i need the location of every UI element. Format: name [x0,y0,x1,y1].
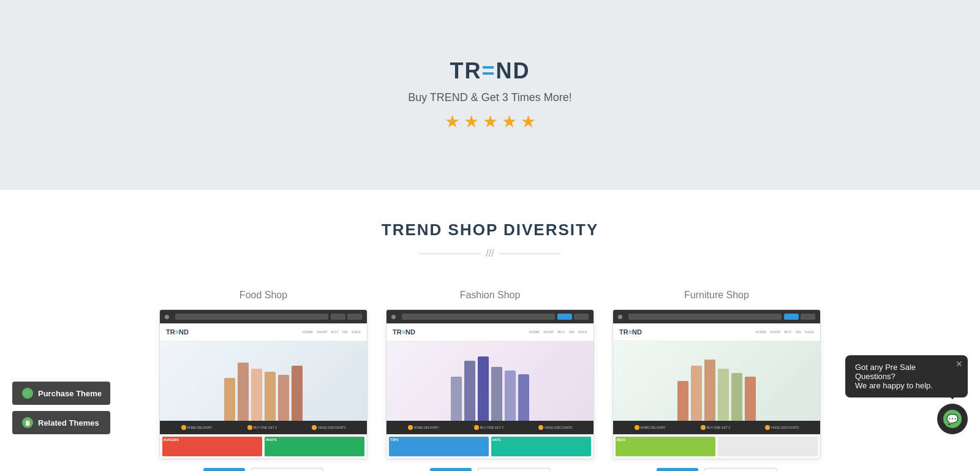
purchase-icon: 🛒 [22,388,33,399]
fashion-browser-bar [386,310,594,323]
browser-dot [618,315,622,319]
footer-icon [474,425,479,430]
footer-item: HOME DELIVERY [408,425,439,430]
food-preview-footer: HOME DELIVERY BUY ONE GET 2 HUGE DISCOUN… [160,421,367,434]
footer-icon [538,425,543,430]
person-figure [251,369,262,421]
product-thumb-chairs [718,437,818,456]
footer-item: BUY ONE GET 2 [247,425,277,430]
food-preview-button[interactable]: LIVE PREVIEW [251,468,324,471]
nav-item: BUY [784,330,791,334]
nav-item: HOME [755,330,766,334]
nav-item: SALE [805,330,814,334]
person-figure [505,371,516,421]
purchase-theme-button[interactable]: 🛒 Purchase Theme [12,382,110,405]
chat-message-line2: We are happy to help. [855,381,958,390]
furniture-preview-nav: HOME SHOP BUY ON SALE [755,330,814,334]
fashion-shop-col: Fashion Shop TR=ND HOME SHOP BUY [386,290,594,471]
star-1: ★ [445,111,460,132]
hero-section: TR=ND Buy TREND & Get 3 Times More! ★ ★ … [0,0,980,190]
fashion-preview-logo: TR=ND [393,328,415,336]
food-shop-buttons: DEMO LIVE PREVIEW [159,468,368,471]
related-icon: 📋 [22,417,33,428]
person-figure [491,367,502,421]
fashion-preview-footer: HOME DELIVERY BUY ONE GET 2 HUGE DISCOUN… [386,421,594,434]
nav-item: ON [796,330,801,334]
chat-close-button[interactable]: ✕ [956,359,963,369]
fashion-preview-header: TR=ND HOME SHOP BUY ON SALE [386,323,594,341]
footer-item: BUY ONE GET 2 [474,425,503,430]
browser-actions [557,314,589,320]
person-figure [518,374,529,421]
footer-text: BUY ONE GET 2 [480,426,503,429]
furniture-preview-header: TR=ND HOME SHOP BUY ON SALE [613,323,820,341]
nav-item: HOME [529,330,540,334]
fashion-products: TOPS HATS [386,434,594,459]
person-figure [224,378,235,421]
footer-item: BUY ONE GET 2 [701,425,730,430]
divider-icon: /// [481,248,499,259]
furniture-shop-buttons: DEMO LIVE PREVIEW [612,468,821,471]
furniture-preview-footer: HOME DELIVERY BUY ONE GET 2 HUGE DISCOUN… [613,421,820,434]
browser-dot [165,315,169,319]
furniture-preview-button[interactable]: LIVE PREVIEW [704,468,777,471]
logo-tr: TR [450,58,481,83]
food-silhouettes [221,341,306,421]
fashion-demo-button[interactable]: DEMO [430,468,472,471]
food-preview-logo: TR=ND [166,328,189,336]
person-figure [478,356,489,421]
chat-launcher-icon: 💬 [943,410,962,428]
furniture-shop-col: Furniture Shop TR=ND HOME SHOP BUY [612,290,821,471]
hero-tagline: Buy TREND & Get 3 Times More! [408,91,572,104]
section-title: TREND SHOP DIVERSITY [24,220,956,239]
star-3: ★ [483,111,498,132]
person-figure [238,363,249,421]
divider-line-right [499,254,560,254]
nav-item: SALE [578,330,587,334]
browser-url [628,314,782,320]
footer-item: HUGE DISCOUNTS [538,425,572,430]
star-2: ★ [464,111,479,132]
browser-btn [331,314,345,320]
furniture-figure [731,373,742,421]
footer-item: HUGE DISCOUNTS [765,425,799,430]
browser-btn-blue [557,314,572,320]
related-label: Related Themes [38,418,99,428]
fashion-preview-button[interactable]: LIVE PREVIEW [478,468,551,471]
food-products: BURGERS FRUITS [160,434,367,459]
nav-item: HOME [302,330,313,334]
product-thumb-beds: BEDS [616,437,715,456]
furniture-demo-button[interactable]: DEMO [657,468,698,471]
person-figure [278,375,289,421]
browser-url [402,314,555,320]
fashion-preview-nav: HOME SHOP BUY ON SALE [529,330,587,334]
browser-btn-blue [784,314,799,320]
nav-item: SHOP [770,330,780,334]
shops-grid: Food Shop TR=ND HOME SHOP BUY [123,290,858,471]
footer-icon [765,425,770,430]
chat-launcher-button[interactable]: 💬 [937,404,968,434]
person-figure [464,361,475,421]
food-shop-col: Food Shop TR=ND HOME SHOP BUY [159,290,368,471]
food-preview-nav: HOME SHOP BUY ON SALE [302,330,361,334]
furniture-silhouettes [674,341,760,421]
furniture-shop-label: Furniture Shop [684,290,749,301]
browser-url [175,314,328,320]
nav-item: ON [569,330,575,334]
side-buttons-panel: 🛒 Purchase Theme 📋 Related Themes [12,382,110,434]
related-themes-button[interactable]: 📋 Related Themes [12,411,110,434]
nav-item: BUY [557,330,565,334]
food-demo-button[interactable]: DEMO [203,468,245,471]
person-figure [677,381,688,421]
footer-text: BUY ONE GET 2 [254,426,277,429]
nav-item: BUY [331,330,338,334]
person-figure [451,377,462,421]
fashion-silhouettes [447,341,533,421]
footer-text: HOME DELIVERY [641,426,666,429]
footer-text: BUY ONE GET 2 [707,426,730,429]
fashion-shop-buttons: DEMO LIVE PREVIEW [386,468,594,471]
person-figure [265,372,276,421]
nav-item: SALE [352,330,361,334]
footer-text: HOME DELIVERY [414,426,439,429]
footer-text: HOME DELIVERY [187,426,213,429]
